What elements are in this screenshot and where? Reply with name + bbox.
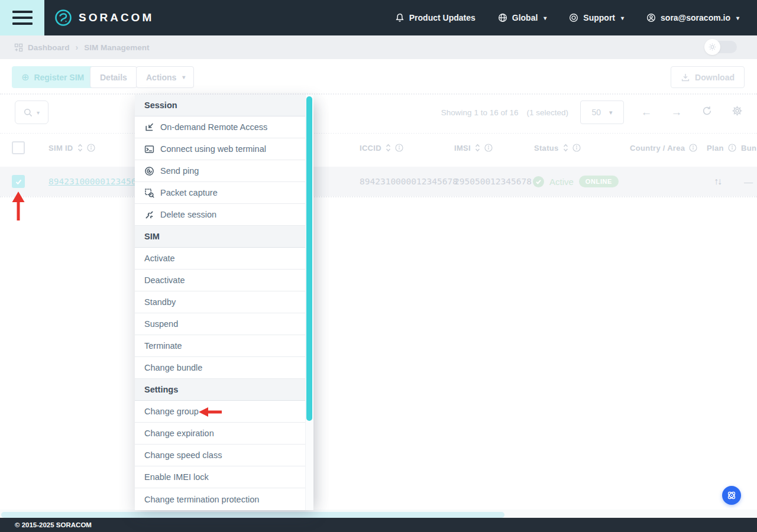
menu-item-suspend[interactable]: Suspend xyxy=(135,313,305,335)
menu-item-label: Connect using web terminal xyxy=(160,144,266,154)
actions-menu-list: Session On-demand Remote Access Connect … xyxy=(135,95,305,510)
chevron-down-icon: ▾ xyxy=(182,74,185,80)
dashboard-icon xyxy=(14,43,23,52)
prev-page-button[interactable]: ← xyxy=(639,106,654,119)
pagination-selected: (1 selected) xyxy=(526,108,568,117)
breadcrumb-separator: › xyxy=(76,43,79,52)
column-label: Country / Area xyxy=(630,144,685,153)
actions-dropdown-button[interactable]: Actions ▾ xyxy=(136,66,194,88)
table-row[interactable]: 8942310000012345678 8942310000012345678 … xyxy=(0,167,757,196)
sim-id-link[interactable]: 8942310000012345678 xyxy=(48,177,147,186)
footer: © 2015-2025 SORACOM xyxy=(0,518,757,532)
menu-item-send-ping[interactable]: Send ping xyxy=(135,160,305,182)
menu-item-change-expiration[interactable]: Change expiration xyxy=(135,423,305,445)
top-navbar: SORACOM Product Updates Global ▾ xyxy=(0,0,757,35)
horizontal-scrollbar[interactable] xyxy=(1,512,504,518)
breadcrumb-dashboard-label: Dashboard xyxy=(28,43,70,52)
menu-item-change-speed-class[interactable]: Change speed class xyxy=(135,445,305,466)
support-icon xyxy=(569,13,578,22)
product-updates-link[interactable]: Product Updates xyxy=(395,13,475,22)
info-icon[interactable] xyxy=(728,144,736,152)
status-check-icon xyxy=(533,176,544,187)
sort-icon[interactable] xyxy=(386,144,391,152)
register-sim-button[interactable]: ⊕ Register SIM xyxy=(12,66,93,88)
bundles-cell: — xyxy=(744,167,753,196)
chevron-down-icon: ▾ xyxy=(621,15,624,21)
menu-item-label: Terminate xyxy=(144,341,182,351)
menu-item-label: Change expiration xyxy=(144,429,214,438)
details-button[interactable]: Details xyxy=(90,66,137,88)
column-header-imsi[interactable]: IMSI xyxy=(454,134,493,162)
column-header-country-area: Country / Area xyxy=(630,134,697,162)
iccid-cell: 8942310000012345678 xyxy=(360,167,458,196)
search-filter-button[interactable]: ▾ xyxy=(15,100,48,124)
delete-session-icon xyxy=(144,210,154,220)
menu-item-activate[interactable]: Activate xyxy=(135,248,305,270)
plan-updown-icon: ↑↓ xyxy=(714,167,721,196)
support-menu[interactable]: Support ▾ xyxy=(569,13,624,22)
global-coverage-menu[interactable]: Global ▾ xyxy=(498,13,547,22)
search-icon xyxy=(24,108,33,117)
next-page-button[interactable]: → xyxy=(669,106,684,119)
breadcrumb-dashboard[interactable]: Dashboard xyxy=(14,43,70,52)
actions-menu: Session On-demand Remote Access Connect … xyxy=(135,95,313,510)
account-menu[interactable]: sora@soracom.io ▾ xyxy=(646,13,739,22)
sort-icon[interactable] xyxy=(77,144,83,152)
info-icon[interactable] xyxy=(484,144,493,152)
menu-item-connect-using-web-terminal[interactable]: Connect using web terminal xyxy=(135,138,305,160)
column-header-plan: Plan xyxy=(707,134,736,162)
hamburger-menu-button[interactable] xyxy=(0,0,44,35)
pagination-showing: Showing 1 to 16 of 16 xyxy=(441,108,519,117)
sim-id-cell: 8942310000012345678 xyxy=(48,167,147,196)
menu-section-sim: SIM xyxy=(135,226,305,248)
download-label: Download xyxy=(695,73,735,82)
info-icon[interactable] xyxy=(87,144,95,152)
select-all-checkbox[interactable] xyxy=(12,141,25,154)
menu-item-deactivate[interactable]: Deactivate xyxy=(135,270,305,291)
chevron-down-icon: ▾ xyxy=(609,109,613,116)
menu-item-terminate[interactable]: Terminate xyxy=(135,335,305,357)
table-header-row: SIM ID ICCID IMSI Status Country / Area … xyxy=(0,134,757,162)
menu-item-delete-session[interactable]: Delete session xyxy=(135,204,305,226)
soracom-logo[interactable]: SORACOM xyxy=(54,9,154,27)
column-header-status[interactable]: Status xyxy=(534,134,581,162)
menu-item-label: Deactivate xyxy=(144,275,185,285)
sort-icon[interactable] xyxy=(563,144,568,152)
page-size-select[interactable]: 50 ▾ xyxy=(580,100,624,124)
sort-icon[interactable] xyxy=(475,144,480,152)
ping-icon xyxy=(144,166,154,176)
info-icon[interactable] xyxy=(689,144,697,152)
theme-toggle-knob xyxy=(704,39,720,55)
menu-scrollbar-track[interactable] xyxy=(305,95,313,510)
menu-item-label: Enable IMEI lock xyxy=(144,472,209,482)
menu-item-enable-imei-lock[interactable]: Enable IMEI lock xyxy=(135,466,305,488)
row-checkbox-checked[interactable] xyxy=(12,175,25,188)
refresh-button[interactable] xyxy=(699,105,714,119)
menu-scrollbar-thumb[interactable] xyxy=(306,96,312,421)
menu-item-packet-capture[interactable]: Packet capture xyxy=(135,182,305,204)
info-icon[interactable] xyxy=(395,144,403,152)
column-header-bundles: Bun xyxy=(741,134,756,162)
register-sim-label: Register SIM xyxy=(34,73,84,82)
column-header-iccid[interactable]: ICCID xyxy=(360,134,403,162)
menu-item-change-bundle[interactable]: Change bundle xyxy=(135,357,305,379)
copyright-text: © 2015-2025 SORACOM xyxy=(15,521,92,528)
menu-item-label: Suspend xyxy=(144,319,178,329)
table-settings-button[interactable] xyxy=(729,105,745,119)
theme-toggle[interactable] xyxy=(706,41,737,53)
support-chat-button[interactable] xyxy=(722,486,741,505)
column-header-sim-id[interactable]: SIM ID xyxy=(48,134,95,162)
support-label: Support xyxy=(583,13,615,22)
refresh-icon xyxy=(701,105,713,116)
menu-item-change-termination-protection[interactable]: Change termination protection xyxy=(135,488,305,510)
gear-icon xyxy=(732,105,743,116)
soracom-console-page: SORACOM Product Updates Global ▾ xyxy=(0,0,757,532)
divider xyxy=(0,196,757,197)
column-label: Plan xyxy=(707,144,724,153)
actions-label: Actions xyxy=(146,73,176,82)
info-icon[interactable] xyxy=(572,144,581,152)
account-label: sora@soracom.io xyxy=(661,13,730,22)
menu-item-on-demand-remote-access[interactable]: On-demand Remote Access xyxy=(135,116,305,138)
menu-item-standby[interactable]: Standby xyxy=(135,291,305,313)
download-button[interactable]: Download xyxy=(671,66,745,88)
